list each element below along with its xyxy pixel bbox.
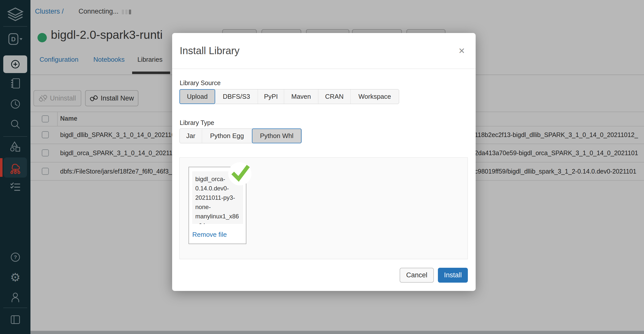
source-option-workspace[interactable]: Workspace <box>351 89 399 104</box>
type-option-python-egg[interactable]: Python Egg <box>202 129 252 143</box>
source-option-maven[interactable]: Maven <box>284 89 318 104</box>
type-option-jar[interactable]: Jar <box>180 129 202 143</box>
library-type-group: Jar Python Egg Python Whl <box>179 128 302 143</box>
uploaded-file-card: bigdl_orca-0.14.0.dev0-20211011-py3-none… <box>188 167 246 244</box>
modal-title: Install Library <box>180 45 240 56</box>
source-option-cran[interactable]: CRAN <box>318 89 351 104</box>
install-button[interactable]: Install <box>438 268 468 283</box>
remove-file-link[interactable]: Remove file <box>192 231 227 239</box>
install-library-modal: Install Library ✕ Library Source Upload … <box>172 33 476 291</box>
library-source-group: Upload DBFS/S3 PyPI Maven CRAN Workspace <box>179 89 399 104</box>
library-type-label: Library Type <box>180 119 214 126</box>
databricks-clusters-page: D <box>0 0 644 334</box>
source-option-pypi[interactable]: PyPI <box>258 89 284 104</box>
source-option-upload[interactable]: Upload <box>179 89 215 104</box>
modal-header-divider <box>172 69 476 69</box>
file-dropzone[interactable]: bigdl_orca-0.14.0.dev0-20211011-py3-none… <box>179 157 468 259</box>
type-option-python-whl[interactable]: Python Whl <box>252 128 301 143</box>
cancel-button[interactable]: Cancel <box>400 268 434 283</box>
source-option-dbfs-s3[interactable]: DBFS/S3 <box>215 89 258 104</box>
close-icon[interactable]: ✕ <box>458 47 465 55</box>
library-source-label: Library Source <box>180 79 221 87</box>
upload-success-check-icon <box>227 161 252 186</box>
